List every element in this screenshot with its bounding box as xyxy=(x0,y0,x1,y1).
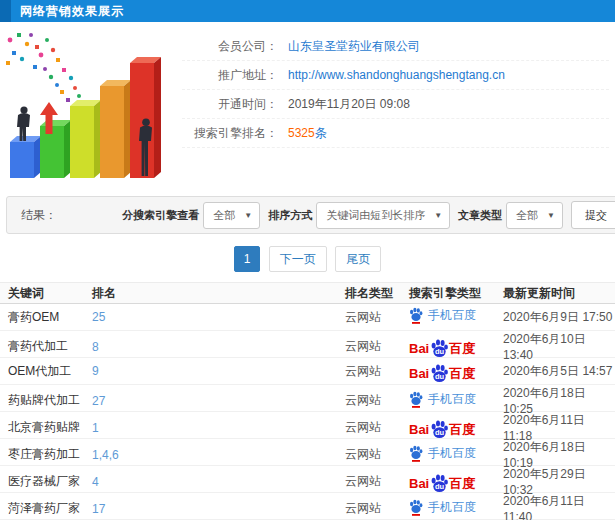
cell-rank-type: 云网站 xyxy=(345,446,409,463)
cell-keyword: 膏药OEM xyxy=(8,309,92,326)
businessman-left xyxy=(17,106,30,141)
header-accent-strip xyxy=(0,0,11,22)
cell-rank[interactable]: 8 xyxy=(92,340,345,354)
result-label: 结果： xyxy=(21,197,57,233)
page-button-current[interactable]: 1 xyxy=(234,246,261,272)
sort-label: 排序方式 xyxy=(268,208,312,223)
table-header-row: 关键词 排名 排名类型 搜索引擎类型 最新更新时间 xyxy=(0,282,615,304)
header-engine-type: 搜索引擎类型 xyxy=(409,285,503,302)
cell-rank[interactable]: 1,4,6 xyxy=(92,448,345,462)
cell-engine: 手机百度 xyxy=(409,307,503,327)
table-row: OEM代加工 9 云网站 Bai du 百度 202 xyxy=(0,358,615,385)
filter-bar: 结果： 分搜索引擎查看 全部 ▼ 排序方式 关键词由短到长排序 ▼ 文章类型 全… xyxy=(6,196,615,234)
page-button-last[interactable]: 尾页 xyxy=(335,246,381,272)
bar-yellow xyxy=(70,100,101,178)
cell-updated: 2020年6月10日 13:40 xyxy=(503,331,615,362)
chevron-down-icon: ▼ xyxy=(547,211,555,220)
cell-rank-type: 云网站 xyxy=(345,473,409,490)
cell-engine: 手机百度 xyxy=(409,445,503,465)
promo-url-label: 推广地址： xyxy=(182,61,278,90)
cell-updated: 2020年6月11日 11:40 xyxy=(503,493,615,520)
table-body: 膏药OEM 25 云网站 手机百度 2020年6月9日 17:50 xyxy=(0,304,615,520)
baidu-paw-icon: du xyxy=(430,420,449,439)
open-time-label: 开通时间： xyxy=(182,90,278,119)
header-bar: 网络营销效果展示 xyxy=(0,0,615,22)
cell-keyword: 药贴牌代加工 xyxy=(8,392,92,409)
table-row: 膏药代加工 8 云网站 Bai du 百度 2020 xyxy=(0,331,615,358)
cell-rank[interactable]: 25 xyxy=(92,310,345,324)
member-company-link[interactable]: 山东皇圣堂药业有限公司 xyxy=(288,39,420,53)
mobile-baidu-label: 手机百度 xyxy=(428,307,476,324)
baidu-paw-icon xyxy=(409,499,423,516)
cell-engine: Bai du 百度 xyxy=(409,472,503,491)
table-row: 药贴牌代加工 27 云网站 手机百度 2020年6月18日 10: xyxy=(0,385,615,412)
page-button-next[interactable]: 下一页 xyxy=(269,246,327,272)
cell-rank[interactable]: 4 xyxy=(92,475,345,489)
baidu-paw-icon: du xyxy=(430,364,449,383)
baidu-du-text: du xyxy=(435,482,445,491)
account-info-section: 会员公司：山东皇圣堂药业有限公司 推广地址：http://www.shandon… xyxy=(0,22,615,194)
promo-url-link[interactable]: http://www.shandonghuangshengtang.cn xyxy=(288,68,505,82)
cell-rank[interactable]: 9 xyxy=(92,364,345,378)
engine-baidu-logo: Bai du 百度 xyxy=(409,418,475,437)
article-type-label: 文章类型 xyxy=(458,208,502,223)
sort-select[interactable]: 关键词由短到长排序 ▼ xyxy=(316,202,450,229)
cell-keyword: 枣庄膏药加工 xyxy=(8,446,92,463)
cell-engine: 手机百度 xyxy=(409,499,503,519)
account-info-list: 会员公司：山东皇圣堂药业有限公司 推广地址：http://www.shandon… xyxy=(182,28,615,188)
cell-updated: 2020年6月5日 14:57 xyxy=(503,363,615,380)
baidu-cn-text: 百度 xyxy=(449,342,475,356)
filter-group: 分搜索引擎查看 全部 ▼ 排序方式 关键词由短到长排序 ▼ 文章类型 全部 ▼ … xyxy=(114,197,615,233)
cell-engine: Bai du 百度 xyxy=(409,362,503,381)
engine-mobile-baidu: 手机百度 xyxy=(409,445,476,462)
engine-view-select[interactable]: 全部 ▼ xyxy=(203,202,260,229)
baidu-paw-icon: du xyxy=(430,474,449,493)
mobile-baidu-label: 手机百度 xyxy=(428,499,476,516)
header-rank-type: 排名类型 xyxy=(345,285,409,302)
engine-rank-row: 搜索引擎排名：5325条 xyxy=(182,119,609,148)
chevron-down-icon: ▼ xyxy=(434,211,442,220)
chevron-down-icon: ▼ xyxy=(244,211,252,220)
cell-rank-type: 云网站 xyxy=(345,363,409,380)
cell-rank[interactable]: 1 xyxy=(92,421,345,435)
cell-keyword: 膏药代加工 xyxy=(8,338,92,355)
baidu-bai-text: Bai xyxy=(409,367,429,381)
cell-rank[interactable]: 27 xyxy=(92,394,345,408)
mobile-baidu-label: 手机百度 xyxy=(428,391,476,408)
bar-blue xyxy=(10,136,41,178)
red-underline xyxy=(412,460,420,462)
baidu-cn-text: 百度 xyxy=(449,423,475,437)
cell-engine: 手机百度 xyxy=(409,391,503,411)
cell-keyword: 菏泽膏药厂家 xyxy=(8,500,92,517)
page-title: 网络营销效果展示 xyxy=(20,0,124,22)
cell-keyword: 北京膏药贴牌 xyxy=(8,419,92,436)
cell-engine: Bai du 百度 xyxy=(409,337,503,356)
cell-rank[interactable]: 17 xyxy=(92,502,345,516)
article-type-select[interactable]: 全部 ▼ xyxy=(506,202,563,229)
baidu-du-text: du xyxy=(435,372,445,381)
cell-keyword: 医疗器械厂家 xyxy=(8,473,92,490)
marketing-chart-illustration xyxy=(0,28,182,188)
engine-baidu-logo: Bai du 百度 xyxy=(409,337,475,356)
cell-engine: Bai du 百度 xyxy=(409,418,503,437)
engine-mobile-baidu: 手机百度 xyxy=(409,391,476,408)
engine-rank-unit[interactable]: 条 xyxy=(315,126,327,140)
baidu-cn-text: 百度 xyxy=(449,477,475,491)
open-time-value: 2019年11月20日 09:08 xyxy=(288,97,410,111)
bar-green xyxy=(40,120,71,178)
table-row: 医疗器械厂家 4 云网站 Bai du 百度 202 xyxy=(0,466,615,493)
engine-baidu-logo: Bai du 百度 xyxy=(409,472,475,491)
submit-button[interactable]: 提交 xyxy=(571,201,615,229)
engine-baidu-logo: Bai du 百度 xyxy=(409,362,475,381)
cell-keyword: OEM代加工 xyxy=(8,363,92,380)
article-type-selected: 全部 xyxy=(516,208,538,223)
cell-rank-type: 云网站 xyxy=(345,419,409,436)
table-row: 北京膏药贴牌 1 云网站 Bai du 百度 202 xyxy=(0,412,615,439)
header-keyword: 关键词 xyxy=(8,285,92,302)
engine-mobile-baidu: 手机百度 xyxy=(409,499,476,516)
baidu-paw-icon xyxy=(409,445,423,462)
baidu-bai-text: Bai xyxy=(409,423,429,437)
red-underline xyxy=(412,322,420,324)
cell-updated: 2020年6月9日 17:50 xyxy=(503,309,615,326)
open-time-row: 开通时间：2019年11月20日 09:08 xyxy=(182,90,609,119)
